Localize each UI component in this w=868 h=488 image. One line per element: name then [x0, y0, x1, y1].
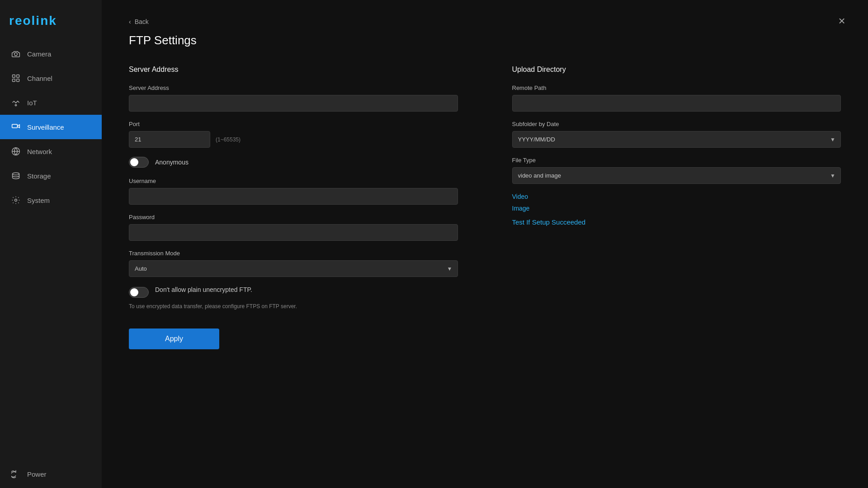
anonymous-toggle[interactable]	[129, 157, 149, 168]
remote-path-label: Remote Path	[512, 84, 841, 91]
page-title: FTP Settings	[129, 33, 841, 47]
port-row: (1~65535)	[129, 131, 458, 148]
remote-path-input[interactable]	[512, 95, 841, 112]
port-input[interactable]	[129, 131, 210, 148]
main-content: × ‹ Back FTP Settings Server Address Ser…	[102, 0, 868, 488]
form-grid: Server Address Server Address Port (1~65…	[129, 66, 841, 310]
svg-rect-4	[17, 79, 19, 82]
anonymous-toggle-row: Anonymous	[129, 157, 458, 168]
svg-point-5	[15, 104, 16, 106]
power-icon	[11, 469, 21, 479]
port-label: Port	[129, 121, 458, 127]
back-label: Back	[135, 18, 149, 25]
username-input[interactable]	[129, 188, 458, 205]
sidebar-label-camera: Camera	[27, 50, 51, 58]
anonymous-toggle-thumb	[130, 158, 138, 166]
encrypt-toggle-row: Don't allow plain unencrypted FTP.	[129, 286, 458, 298]
sidebar-item-channel[interactable]: Channel	[0, 66, 102, 90]
test-setup-link[interactable]: Test If Setup Succeeded	[512, 218, 841, 226]
svg-point-8	[13, 173, 19, 175]
encrypt-label: Don't allow plain unencrypted FTP.	[155, 286, 252, 293]
surveillance-icon	[11, 122, 21, 132]
svg-rect-1	[13, 75, 15, 78]
sidebar-item-system[interactable]: System	[0, 188, 102, 212]
video-link[interactable]: Video	[512, 193, 841, 200]
subfolder-wrapper: YYYY/MM/DD MM/DD/YYYY DD/MM/YYYY None ▼	[512, 131, 841, 148]
sidebar-item-camera[interactable]: Camera	[0, 42, 102, 66]
svg-rect-3	[13, 79, 15, 82]
logo-text: reolink	[9, 14, 57, 28]
back-navigation[interactable]: ‹ Back	[129, 18, 841, 25]
username-label: Username	[129, 178, 458, 184]
anonymous-label: Anonymous	[155, 159, 189, 166]
sidebar-label-network: Network	[27, 148, 52, 155]
file-type-label: File Type	[512, 157, 841, 164]
svg-rect-2	[17, 75, 19, 78]
image-link[interactable]: Image	[512, 205, 841, 212]
port-hint: (1~65535)	[216, 136, 241, 143]
encrypt-toggle[interactable]	[129, 287, 149, 298]
sidebar-item-surveillance[interactable]: Surveillance	[0, 115, 102, 139]
network-icon	[11, 146, 21, 156]
svg-point-0	[14, 53, 18, 56]
sidebar-item-network[interactable]: Network	[0, 139, 102, 164]
sidebar-label-iot: IoT	[27, 99, 37, 107]
svg-point-9	[15, 199, 17, 202]
upload-directory-section: Upload Directory Remote Path Subfolder b…	[512, 66, 841, 310]
encrypt-toggle-thumb	[130, 288, 138, 296]
close-button[interactable]: ×	[834, 13, 850, 29]
sidebar-item-iot[interactable]: IoT	[0, 90, 102, 115]
logo: reolink	[0, 0, 102, 42]
sidebar-label-channel: Channel	[27, 75, 52, 82]
channel-icon	[11, 73, 21, 83]
file-type-select[interactable]: video and image video image	[512, 167, 841, 184]
encrypt-description: To use encrypted data transfer, please c…	[129, 302, 328, 310]
camera-icon	[11, 49, 21, 59]
sidebar-item-storage[interactable]: Storage	[0, 164, 102, 188]
transmission-mode-label: Transmission Mode	[129, 250, 458, 257]
server-address-input[interactable]	[129, 95, 458, 112]
transmission-mode-wrapper: Auto Passive Active ▼	[129, 260, 458, 277]
svg-rect-6	[12, 124, 18, 128]
server-address-label: Server Address	[129, 84, 458, 91]
apply-button[interactable]: Apply	[129, 328, 219, 349]
sidebar-label-storage: Storage	[27, 172, 51, 180]
subfolder-select[interactable]: YYYY/MM/DD MM/DD/YYYY DD/MM/YYYY None	[512, 131, 841, 148]
power-button[interactable]: Power	[0, 460, 102, 488]
power-label: Power	[27, 470, 47, 478]
server-address-title: Server Address	[129, 66, 458, 74]
upload-directory-title: Upload Directory	[512, 66, 841, 74]
server-address-section: Server Address Server Address Port (1~65…	[129, 66, 458, 310]
sidebar-label-surveillance: Surveillance	[27, 123, 64, 131]
iot-icon	[11, 98, 21, 108]
file-type-wrapper: video and image video image ▼	[512, 167, 841, 184]
sidebar-label-system: System	[27, 197, 50, 204]
subfolder-label: Subfolder by Date	[512, 121, 841, 127]
sidebar: reolink Camera Channel	[0, 0, 102, 488]
storage-icon	[11, 171, 21, 181]
back-chevron-icon: ‹	[129, 18, 131, 25]
transmission-mode-select[interactable]: Auto Passive Active	[129, 260, 458, 277]
password-input[interactable]	[129, 224, 458, 241]
system-icon	[11, 195, 21, 205]
password-label: Password	[129, 214, 458, 221]
